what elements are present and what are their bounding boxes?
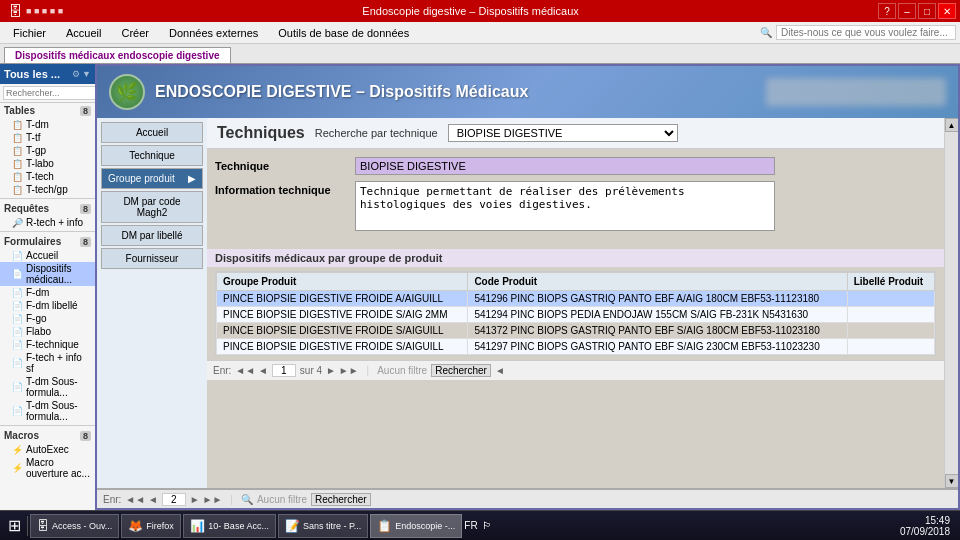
nav-f-dm[interactable]: 📄Dispositifs médicau... [0, 262, 95, 286]
cell-libelle [847, 323, 934, 339]
query-icon: 🔎 [12, 218, 23, 228]
sidebar-technique[interactable]: Technique [101, 145, 203, 166]
tab-dispositifs[interactable]: Dispositifs médicaux endoscopie digestiv… [4, 47, 231, 63]
info-textarea[interactable]: Technique permettant de réaliser des pré… [355, 181, 775, 231]
table-row[interactable]: PINCE BIOPSIE DIGESTIVE FROIDE S/AIGUILL… [217, 323, 935, 339]
info-label: Information technique [215, 181, 355, 196]
sidebar-dm-libelle[interactable]: DM par libellé [101, 225, 203, 246]
menu-creer[interactable]: Créer [112, 24, 158, 42]
start-button[interactable]: ⊞ [4, 514, 25, 537]
menu-donnees[interactable]: Données externes [160, 24, 267, 42]
table-row[interactable]: PINCE BIOPSIE DIGESTIVE FROIDE S/AIG 2MM… [217, 307, 935, 323]
nav-tdm-sous2[interactable]: 📄T-dm Sous-formula... [0, 399, 95, 423]
nav-autoexec[interactable]: ⚡AutoExec [0, 443, 95, 456]
nav-t-dm[interactable]: 📋T-dm [0, 118, 95, 131]
access-icon: 🗄 [37, 519, 49, 533]
form-icon: 📄 [12, 340, 23, 350]
technique-row: Technique [215, 157, 936, 175]
form-icon: 📄 [12, 314, 23, 324]
menu-outils[interactable]: Outils de base de données [269, 24, 418, 42]
nav-t-labo[interactable]: 📋T-labo [0, 157, 95, 170]
nav-t-tech[interactable]: 📋T-tech [0, 170, 95, 183]
tables-badge: 8 [80, 106, 91, 116]
base-icon: 📊 [190, 519, 205, 533]
technique-label: Technique [215, 157, 355, 172]
table-row[interactable]: PINCE BIOPSIE DIGESTIVE FROIDE S/AIGUILL… [217, 339, 935, 355]
table-icon: 📋 [12, 159, 23, 169]
right-scrollbar[interactable]: ▲ ▼ [944, 118, 958, 488]
menu-fichier[interactable]: Fichier [4, 24, 55, 42]
tab-bar: Dispositifs médicaux endoscopie digestiv… [0, 44, 960, 64]
nav-f-dm2[interactable]: 📄F-dm [0, 286, 95, 299]
filter-label: Aucun filtre [377, 365, 427, 376]
col-groupe[interactable]: Groupe Produit [217, 273, 468, 291]
scroll-up-btn[interactable]: ▲ [945, 118, 959, 132]
technique-search-dropdown[interactable]: BIOPISE DIGESTIVE [448, 124, 678, 142]
nav-f-dm-libelle[interactable]: 📄F-dm libellé [0, 299, 95, 312]
main-search-button[interactable]: Rechercher [311, 493, 371, 506]
macros-badge: 8 [80, 431, 91, 441]
nav-f-go[interactable]: 📄F-go [0, 312, 95, 325]
app-logo: 🌿 [109, 74, 145, 110]
technique-title: Techniques [217, 124, 305, 142]
menu-search-input[interactable] [776, 25, 956, 40]
formulaires-label: Formulaires [4, 236, 61, 247]
sidebar-fournisseur[interactable]: Fournisseur [101, 248, 203, 269]
nav-flabo[interactable]: 📄Flabo [0, 325, 95, 338]
nav-macro-ouverture[interactable]: ⚡Macro ouverture ac... [0, 456, 95, 480]
table-icon: 📋 [12, 146, 23, 156]
taskbar-firefox[interactable]: 🦊 Firefox [121, 514, 181, 538]
time-display: 15:49 [925, 515, 950, 526]
form-content: Techniques Recherche par technique BIOPI… [207, 118, 944, 488]
record-number[interactable] [272, 364, 296, 377]
technique-input[interactable] [355, 157, 775, 175]
table-row[interactable]: PINCE BIOPSIE DIGESTIVE FROIDE A/AIGUILL… [217, 291, 935, 307]
form-icon: 📄 [12, 406, 23, 416]
nav-f-tech-info[interactable]: 📄F-tech + info sf [0, 351, 95, 375]
taskbar-access[interactable]: 🗄 Access - Ouv... [30, 514, 119, 538]
search-button[interactable]: Rechercher [431, 364, 491, 377]
requetes-label: Requêtes [4, 203, 49, 214]
sidebar-groupe-produit[interactable]: Groupe produit ▶ [101, 168, 203, 189]
cell-groupe: PINCE BIOPSIE DIGESTIVE FROIDE S/AIGUILL [217, 323, 468, 339]
formulaires-badge: 8 [80, 237, 91, 247]
form-icon: 📄 [12, 358, 23, 368]
taskbar-base[interactable]: 📊 10- Base Acc... [183, 514, 276, 538]
nav-t-gp[interactable]: 📋T-gp [0, 144, 95, 157]
rec-total: sur 4 [300, 365, 322, 376]
sidebar-accueil[interactable]: Accueil [101, 122, 203, 143]
taskbar-time: 15:49 07/09/2018 [894, 515, 956, 537]
tables-label: Tables [4, 105, 35, 116]
form-icon: 📄 [12, 288, 23, 298]
scroll-down-btn[interactable]: ▼ [945, 474, 959, 488]
taskbar-notepad[interactable]: 📝 Sans titre - P... [278, 514, 368, 538]
nav-f-accueil[interactable]: 📄Accueil [0, 249, 95, 262]
left-panel-title: Tous les ... [4, 68, 60, 80]
cell-code: 541372 PINC BIOPS GASTRIQ PANTO EBF S/AI… [468, 323, 847, 339]
close-button[interactable]: ✕ [938, 3, 956, 19]
minimize-button[interactable]: – [898, 3, 916, 19]
notepad-icon: 📝 [285, 519, 300, 533]
nav-r-tech[interactable]: 🔎R-tech + info [0, 216, 95, 229]
nav-f-technique[interactable]: 📄F-technique [0, 338, 95, 351]
cell-code: 541296 PINC BIOPS GASTRIQ PANTO EBF A/AI… [468, 291, 847, 307]
table-icon: 📋 [12, 185, 23, 195]
cell-code: 541294 PINC BIOPS PEDIA ENDOJAW 155CM S/… [468, 307, 847, 323]
sidebar-dm-code[interactable]: DM par code Magh2 [101, 191, 203, 223]
search-label: Recherche par technique [315, 127, 438, 139]
form-icon: 📄 [12, 382, 23, 392]
menu-bar: Fichier Accueil Créer Données externes O… [0, 22, 960, 44]
nav-t-tech-gp[interactable]: 📋T-tech/gp [0, 183, 95, 196]
subform-nav-bar: Enr: ◄◄ ◄ sur 4 ► ►► | Aucun filtre Rech… [207, 360, 944, 380]
col-libelle[interactable]: Libellé Produit [847, 273, 934, 291]
help-button[interactable]: ? [878, 3, 896, 19]
main-record-number[interactable] [162, 493, 186, 506]
maximize-button[interactable]: □ [918, 3, 936, 19]
taskbar-endoscopie[interactable]: 📋 Endoscopie -... [370, 514, 462, 538]
nav-t-tf[interactable]: 📋T-tf [0, 131, 95, 144]
col-code[interactable]: Code Produit [468, 273, 847, 291]
nav-tdm-sous1[interactable]: 📄T-dm Sous-formula... [0, 375, 95, 399]
enr-prefix: Enr: [213, 365, 231, 376]
menu-accueil[interactable]: Accueil [57, 24, 110, 42]
data-table-container: Groupe Produit Code Produit Libellé Prod… [215, 271, 936, 356]
